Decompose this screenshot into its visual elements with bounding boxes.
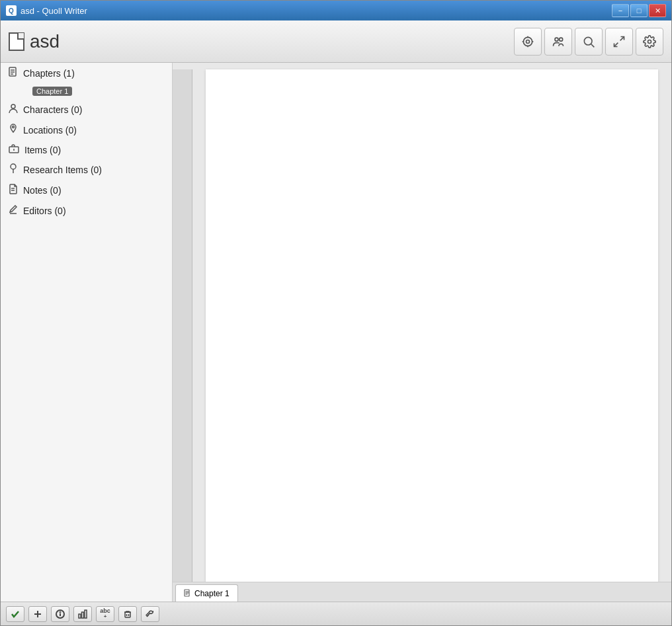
svg-line-41 (147, 615, 149, 617)
locations-icon (9, 124, 18, 136)
sidebar-item-locations[interactable]: Locations (0) (1, 120, 172, 140)
chapters-label: Chapters (1) (23, 68, 75, 79)
svg-point-6 (555, 38, 558, 41)
plus-icon (33, 609, 42, 619)
check-icon (11, 609, 20, 619)
svg-point-1 (526, 40, 530, 43)
search-button[interactable] (575, 28, 603, 56)
app-icon: Q (6, 5, 17, 16)
stats-icon (78, 609, 87, 619)
target-icon (521, 35, 534, 48)
notes-icon (9, 184, 18, 196)
trash-icon (123, 609, 132, 619)
delete-button[interactable] (118, 606, 137, 622)
svg-point-21 (11, 164, 16, 169)
svg-point-17 (11, 104, 15, 108)
stats-button[interactable] (73, 606, 92, 622)
chapter1-tab-label: Chapter 1 (194, 589, 230, 598)
search-icon (582, 35, 595, 48)
spellcheck-button[interactable]: abc + (96, 606, 114, 622)
minimize-button[interactable]: − (612, 4, 629, 17)
check-button[interactable] (6, 606, 24, 622)
tools-button[interactable] (141, 606, 159, 622)
titlebar-left: Q asd - Quoll Writer (6, 5, 87, 16)
settings-button[interactable] (636, 28, 663, 56)
close-button[interactable]: ✕ (649, 4, 666, 17)
svg-point-8 (584, 37, 592, 45)
info-button[interactable] (51, 606, 69, 622)
content-area: Chapters (1) Chapter 1 Characters (0) (1, 63, 671, 602)
locations-label: Locations (0) (23, 125, 77, 136)
svg-point-18 (13, 126, 15, 128)
sidebar-item-research[interactable]: Research Items (0) (1, 159, 172, 180)
ruler-left (173, 69, 192, 582)
window-title: asd - Quoll Writer (21, 6, 87, 16)
svg-line-10 (620, 36, 624, 40)
research-label: Research Items (0) (23, 165, 102, 175)
svg-point-0 (523, 37, 532, 46)
svg-rect-37 (85, 610, 87, 618)
items-label: Items (0) (24, 145, 61, 155)
notes-label: Notes (0) (23, 185, 62, 196)
bottom-toolbar: abc + (1, 602, 671, 625)
wrench-icon (146, 609, 155, 619)
svg-point-12 (648, 40, 651, 43)
sidebar-item-chapters[interactable]: Chapters (1) (1, 63, 172, 83)
main-toolbar: asd (1, 20, 671, 63)
editor-content (173, 63, 671, 582)
editors-label: Editors (0) (23, 206, 66, 216)
characters-icon (9, 103, 18, 116)
characters-label: Characters (0) (23, 104, 82, 115)
svg-line-11 (614, 42, 618, 46)
sidebar-item-notes[interactable]: Notes (0) (1, 180, 172, 200)
add-button[interactable] (28, 606, 47, 622)
editors-icon (9, 204, 18, 217)
main-window: Q asd - Quoll Writer − □ ✕ asd (0, 0, 672, 626)
fullscreen-button[interactable] (605, 28, 633, 56)
toolbar-right (514, 28, 663, 56)
sidebar-item-editors[interactable]: Editors (0) (1, 200, 172, 221)
abc-label: abc + (100, 608, 110, 619)
chapter-1-badge: Chapter 1 (32, 87, 72, 96)
contacts-icon (552, 35, 565, 48)
maximize-button[interactable]: □ (630, 4, 648, 17)
chapter1-tab[interactable]: Chapter 1 (175, 584, 238, 602)
svg-point-34 (60, 611, 61, 612)
toolbar-left: asd (9, 31, 60, 52)
svg-rect-38 (125, 612, 130, 617)
find-button[interactable] (514, 28, 542, 56)
page-area[interactable] (206, 69, 658, 582)
items-icon (9, 144, 19, 155)
fullscreen-icon (612, 35, 626, 48)
svg-rect-36 (82, 612, 84, 618)
svg-line-9 (591, 44, 595, 47)
titlebar: Q asd - Quoll Writer − □ ✕ (1, 1, 671, 20)
research-icon (9, 163, 18, 176)
sidebar: Chapters (1) Chapter 1 Characters (0) (1, 63, 173, 602)
gear-icon (643, 35, 656, 48)
chapter-1-item[interactable]: Chapter 1 (1, 83, 172, 99)
svg-point-7 (560, 38, 563, 41)
contacts-button[interactable] (544, 28, 572, 56)
svg-rect-35 (79, 614, 81, 618)
titlebar-controls: − □ ✕ (612, 4, 666, 17)
document-icon (9, 32, 24, 51)
tab-doc-icon (184, 589, 190, 598)
editor-area: Chapter 1 (173, 63, 671, 602)
sidebar-item-characters[interactable]: Characters (0) (1, 99, 172, 120)
info-icon (56, 609, 65, 619)
sidebar-item-items[interactable]: Items (0) (1, 140, 172, 159)
project-title: asd (30, 31, 60, 52)
tab-bar: Chapter 1 (173, 582, 671, 602)
chapters-icon (9, 67, 18, 79)
